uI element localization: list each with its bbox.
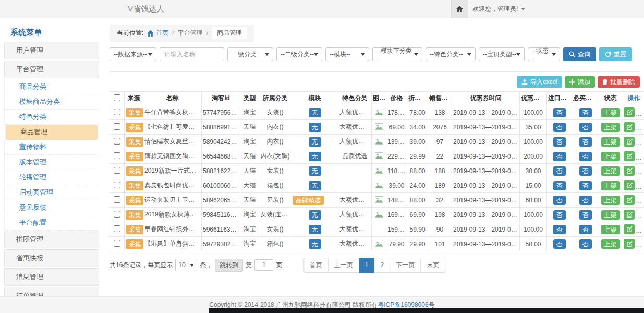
imported-toggle[interactable]: 否 bbox=[553, 152, 566, 161]
status-select[interactable]: --状态-- bbox=[528, 47, 560, 61]
edit-button[interactable] bbox=[624, 166, 635, 176]
status-toggle[interactable]: 上架 bbox=[601, 239, 620, 249]
item-type-select[interactable]: --宝贝类型-- bbox=[479, 47, 525, 61]
search-button[interactable]: 查询 bbox=[563, 47, 596, 61]
per-page-select[interactable]: 10 bbox=[175, 259, 197, 271]
coupon-time-cell: 2019-09-13—2019-09-17 bbox=[452, 105, 520, 120]
row-checkbox[interactable] bbox=[114, 240, 120, 247]
sidebar-item[interactable]: 模块商品分类 bbox=[4, 94, 99, 110]
page-button[interactable]: 1 bbox=[359, 258, 375, 273]
imported-cell: 否 bbox=[547, 135, 572, 149]
row-checkbox[interactable] bbox=[114, 138, 120, 145]
page-button[interactable]: 末页 bbox=[420, 258, 445, 273]
sidebar-item[interactable]: 意见反馈 bbox=[4, 200, 99, 215]
row-checkbox[interactable] bbox=[114, 196, 120, 203]
row-checkbox[interactable] bbox=[114, 152, 120, 159]
row-checkbox[interactable] bbox=[114, 123, 120, 130]
must-buy-toggle[interactable]: 否 bbox=[579, 225, 592, 234]
row-checkbox[interactable] bbox=[114, 225, 120, 232]
sidebar-item[interactable]: 拼团管理 bbox=[4, 231, 99, 248]
status-toggle[interactable]: 上架 bbox=[601, 108, 620, 117]
level1-category-select[interactable]: 一级分类 bbox=[227, 47, 273, 61]
breadcrumb-home-link[interactable]: 首页 bbox=[147, 29, 168, 38]
page-button[interactable]: 2 bbox=[374, 258, 391, 273]
sidebar-item[interactable]: 特色分类 bbox=[4, 110, 99, 125]
status-toggle[interactable]: 上架 bbox=[601, 225, 620, 234]
must-buy-toggle[interactable]: 否 bbox=[579, 196, 592, 205]
imported-toggle[interactable]: 否 bbox=[553, 137, 566, 147]
category-cell: 女装() bbox=[259, 222, 291, 237]
sidebar-item[interactable]: 商品分类 bbox=[4, 79, 99, 94]
page-button[interactable]: 下一页 bbox=[390, 258, 421, 273]
imported-toggle[interactable]: 否 bbox=[553, 196, 566, 205]
module-subcategory-select[interactable]: --模块下分类-- bbox=[372, 47, 422, 61]
must-buy-toggle[interactable]: 否 bbox=[579, 152, 592, 161]
edit-button[interactable] bbox=[624, 210, 635, 220]
status-toggle[interactable]: 上架 bbox=[601, 181, 620, 190]
status-toggle[interactable]: 上架 bbox=[601, 152, 620, 161]
edit-button[interactable] bbox=[624, 195, 635, 205]
status-toggle[interactable]: 上架 bbox=[601, 210, 620, 220]
edit-button[interactable] bbox=[624, 137, 635, 147]
imported-toggle[interactable]: 否 bbox=[553, 123, 566, 132]
edit-button[interactable] bbox=[624, 239, 635, 249]
must-buy-toggle[interactable]: 否 bbox=[579, 181, 592, 190]
imported-toggle[interactable]: 否 bbox=[553, 166, 566, 176]
status-toggle[interactable]: 上架 bbox=[601, 166, 620, 176]
must-buy-toggle[interactable]: 否 bbox=[579, 137, 592, 147]
status-toggle[interactable]: 上架 bbox=[601, 123, 620, 132]
feature-category-select[interactable]: --特色分类-- bbox=[426, 47, 476, 61]
product-image-icon bbox=[375, 211, 383, 218]
edit-button[interactable] bbox=[624, 151, 635, 161]
must-buy-toggle[interactable]: 否 bbox=[579, 108, 592, 117]
reset-button[interactable]: 重置 bbox=[599, 47, 632, 61]
sidebar-item[interactable]: 消息管理 bbox=[4, 268, 99, 286]
jump-button[interactable]: 跳转到 bbox=[215, 259, 243, 272]
sidebar-item[interactable]: 省惠快报 bbox=[4, 249, 99, 267]
edit-button[interactable] bbox=[624, 180, 635, 190]
page-number-input[interactable] bbox=[254, 259, 273, 271]
sidebar-item[interactable]: 宣传物料 bbox=[4, 140, 99, 155]
sidebar-item[interactable]: 平台配置 bbox=[4, 215, 99, 231]
import-excel-button[interactable]: 导入excel bbox=[517, 76, 562, 88]
feature-cell: 大额优惠券 bbox=[338, 120, 372, 135]
sidebar-item[interactable]: 订单管理 bbox=[4, 287, 99, 297]
sidebar-item-active[interactable]: 商品管理 bbox=[5, 125, 98, 140]
level2-category-select[interactable]: --二级分类-- bbox=[276, 47, 322, 61]
imported-toggle[interactable]: 否 bbox=[553, 225, 566, 234]
imported-toggle[interactable]: 否 bbox=[553, 239, 566, 249]
edit-button[interactable] bbox=[624, 122, 635, 132]
name-input[interactable] bbox=[160, 47, 224, 61]
sidebar-item[interactable]: 版本管理 bbox=[4, 155, 99, 170]
sidebar-item[interactable]: 启动页管理 bbox=[4, 185, 99, 200]
sidebar-item[interactable]: 平台管理 bbox=[4, 61, 99, 78]
row-checkbox[interactable] bbox=[114, 211, 120, 218]
data-source-select[interactable]: --数据来源-- bbox=[110, 47, 156, 61]
breadcrumb-item-platform[interactable]: 平台管理 bbox=[178, 29, 203, 38]
level1-category-select-value: 一级分类 bbox=[232, 50, 257, 59]
page-button[interactable]: 首页 bbox=[303, 258, 329, 273]
edit-button[interactable] bbox=[624, 224, 635, 234]
status-toggle[interactable]: 上架 bbox=[601, 196, 620, 205]
add-button[interactable]: 添加 bbox=[565, 76, 595, 88]
page-button[interactable]: 上一页 bbox=[328, 258, 359, 273]
status-toggle[interactable]: 上架 bbox=[601, 137, 620, 147]
imported-toggle[interactable]: 否 bbox=[553, 210, 566, 220]
sidebar-item[interactable]: 用户管理 bbox=[4, 42, 99, 59]
imported-toggle[interactable]: 否 bbox=[553, 108, 566, 117]
must-buy-toggle[interactable]: 否 bbox=[579, 123, 592, 132]
must-buy-toggle[interactable]: 否 bbox=[579, 210, 592, 220]
row-checkbox[interactable] bbox=[114, 182, 120, 188]
row-checkbox[interactable] bbox=[114, 109, 120, 115]
home-button[interactable] bbox=[451, 0, 468, 18]
must-buy-toggle[interactable]: 否 bbox=[579, 166, 592, 176]
must-buy-toggle[interactable]: 否 bbox=[579, 239, 592, 249]
select-all-checkbox[interactable] bbox=[114, 94, 120, 101]
module-select[interactable]: --模块-- bbox=[325, 47, 369, 61]
sidebar-item[interactable]: 轮播管理 bbox=[4, 170, 99, 185]
edit-button[interactable] bbox=[624, 107, 635, 117]
row-checkbox[interactable] bbox=[114, 167, 120, 174]
batch-delete-button[interactable]: 批量删除 bbox=[598, 76, 640, 88]
user-menu[interactable]: 欢迎您，管理员! bbox=[472, 0, 525, 18]
imported-toggle[interactable]: 否 bbox=[553, 181, 566, 190]
